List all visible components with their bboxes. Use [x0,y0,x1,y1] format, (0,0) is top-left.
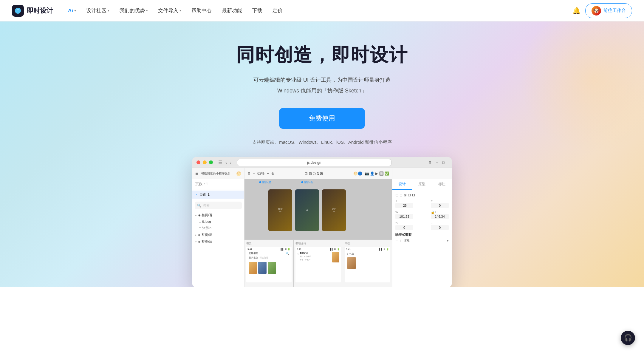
canvas-section-label: 书籍介绍 [295,242,341,245]
align-left-icon[interactable]: ⊟ [395,193,398,197]
nav-item-advantages[interactable]: 我们的优势 ▾ [115,5,152,16]
align-center-icon[interactable]: ⊞ [400,193,402,197]
chevron-down-icon: ▾ [179,9,181,13]
tab-design[interactable]: 设计 [392,179,412,190]
rotation-field[interactable]: ↻ 0 [395,222,413,230]
zoom-out-icon[interactable]: − [253,171,255,176]
nav-right: 🔔 🐶 前往工作台 [572,3,632,18]
logo-text: 即时设计 [27,6,53,15]
plus-icon[interactable]: + [400,238,402,243]
chevron-down-icon: ▾ [146,9,148,13]
dropdown-icon[interactable]: ▾ [447,239,449,243]
zoom-in-icon[interactable]: + [267,171,269,176]
layer-item[interactable]: ▸ ◈ 整页/层 [192,231,244,238]
canvas: ⊞ − 62% + ⊕ ⊡ ⊟ ⬡ 𝙓 ⊠ 🌕🔵 📷 👤 ▶ 🔲 ✅ ◆ 整页/ [244,168,392,287]
rect-icon: □ [199,226,201,230]
search-placeholder: 搜索 [203,203,210,208]
titlebar-actions: ⬆ + ⧉ [394,160,448,165]
h-field[interactable]: 🔒 H 146.34 [431,211,449,219]
avatar-icon: 🌕 [236,171,241,176]
add-page-icon[interactable]: + [239,182,241,186]
minimize-dot[interactable] [203,160,207,164]
x-field[interactable]: X -25 [395,200,413,208]
collab-avatars: 🌕🔵 [353,171,362,176]
canvas-toolbar: ⊞ − 62% + ⊕ ⊡ ⊟ ⬡ 𝙓 ⊠ 🌕🔵 📷 👤 ▶ 🔲 ✅ [244,168,392,179]
layer-item[interactable]: ▾ ◈ 整页/层 [192,238,244,245]
page-item[interactable]: ✓ 页面 1 [192,191,244,199]
nav-item-ai[interactable]: Ai ▾ [64,6,80,16]
size-row: W 101.63 🔒 H 146.34 [395,211,449,219]
nav-back-icon[interactable]: ‹ [225,160,227,165]
layer-icon: ⊞ [247,171,250,176]
maximize-dot[interactable] [209,160,213,164]
y-field[interactable]: Y 0 [431,200,449,208]
align-middle-icon[interactable]: ⊟ [412,193,415,197]
collapse-icon: ▸ [195,234,197,236]
chevron-down-icon: ▾ [74,9,76,13]
align-top-icon[interactable]: ⊡ [408,193,411,197]
zoom-level[interactable]: 62% [257,171,264,176]
frame-label-1: ◆ 整页/层 [259,180,271,184]
canvas-frame-2: 🏛 [295,189,319,231]
tools-row: ⊡ ⊟ ⬡ 𝙓 ⊠ [305,171,323,176]
w-field[interactable]: W 101.63 [395,211,413,219]
menu-icon[interactable]: ☰ [195,171,199,176]
layer-icon: ◈ [198,233,200,237]
logo[interactable]: 即时设计 [12,5,53,17]
bell-icon[interactable]: 🔔 [572,7,580,15]
canvas-frame-3: IRE— [322,189,346,231]
app-mockup: ☰ ‹ › js.design ⬆ + ⧉ ☰ 书籍阅读类小程序设计 🌕 [192,157,452,287]
page-list: ✓ 页面 1 [192,189,244,200]
close-dot[interactable] [196,160,200,164]
toolbar-actions: 📷 👤 ▶ 🔲 ✅ [365,171,389,176]
url-bar[interactable]: js.design [237,159,391,166]
layer-item[interactable]: □ 矩形 8 [192,225,244,231]
frame-label-2: ◆ 整页/否 [301,180,313,184]
nav-sidebar-icon: ☰ [218,160,222,165]
layer-icon: ◈ [198,240,200,244]
rotation-row: ↻ 0 ⌐ 0 [395,222,449,230]
right-panel-content: ⊟ ⊞ ⊠ ⊡ ⊟ ⋮ X -25 Y 0 [392,190,452,246]
navbar: 即时设计 Ai ▾ 设计社区 ▾ 我们的优势 ▾ 文件导入 ▾ 帮助中心 最新功… [0,0,644,21]
logo-icon [12,5,24,17]
center-icon: ⊕ [271,171,274,176]
nav-item-download[interactable]: 下载 [248,5,267,16]
layer-icon: ◈ [198,213,200,217]
layer-item[interactable]: □ 6.jpeg [192,219,244,225]
left-panel: ☰ 书籍阅读类小程序设计 🌕 页数：1 + ✓ 页面 1 🔍 搜索 [192,168,244,287]
distribute-icon[interactable]: ⋮ [416,193,420,197]
free-use-button[interactable]: 免费使用 [279,108,365,129]
hero-title: 同时创造，即时设计 [236,42,408,67]
tab-annotation[interactable]: 标注 [432,179,452,190]
collapse-icon: ▸ [195,214,197,217]
nav-item-pricing[interactable]: 定价 [268,5,287,16]
canvas-frame-1: TRIP— [268,189,292,231]
pages-header: 页数：1 + [192,179,244,189]
layer-list: ▸ ◈ 整页/否 □ 6.jpeg □ 矩形 8 ▸ ◈ [192,211,244,246]
titlebar: ☰ ‹ › js.design ⬆ + ⧉ [192,157,452,168]
canvas-section-label: 书房 [345,242,390,245]
layer-item[interactable]: ▸ ◈ 整页/否 [192,212,244,219]
align-right-icon[interactable]: ⊠ [404,193,407,197]
collapse-icon: ▾ [195,240,197,243]
nav-item-community[interactable]: 设计社区 ▾ [82,5,114,16]
avatar: 🐶 [592,6,601,16]
minus-icon[interactable]: − [395,238,398,243]
left-toolbar: ☰ 书籍阅读类小程序设计 🌕 [192,168,244,179]
nav-item-import[interactable]: 文件导入 ▾ [154,5,185,16]
add-tab-icon[interactable]: + [436,160,438,165]
position-row: X -25 Y 0 [395,200,449,208]
titlebar-nav: ☰ ‹ › [215,160,235,165]
duplicate-icon[interactable]: ⧉ [442,160,445,165]
tab-prototype[interactable]: 原型 [412,179,432,190]
hero-section: 同时创造，即时设计 可云端编辑的专业级 UI 设计工具，为中国设计师量身打造 W… [0,21,644,287]
right-toolbar [392,168,452,179]
nav-forward-icon[interactable]: › [230,160,231,165]
layer-search-bar[interactable]: 🔍 搜索 [195,202,242,209]
corner-field[interactable]: ⌐ 0 [431,222,449,230]
nav-item-help[interactable]: 帮助中心 [187,5,216,16]
nav-item-features[interactable]: 最新功能 [218,5,246,16]
share-icon[interactable]: ⬆ [428,160,432,165]
goto-workspace-button[interactable]: 🐶 前往工作台 [585,3,632,18]
file-icon: □ [199,220,201,223]
